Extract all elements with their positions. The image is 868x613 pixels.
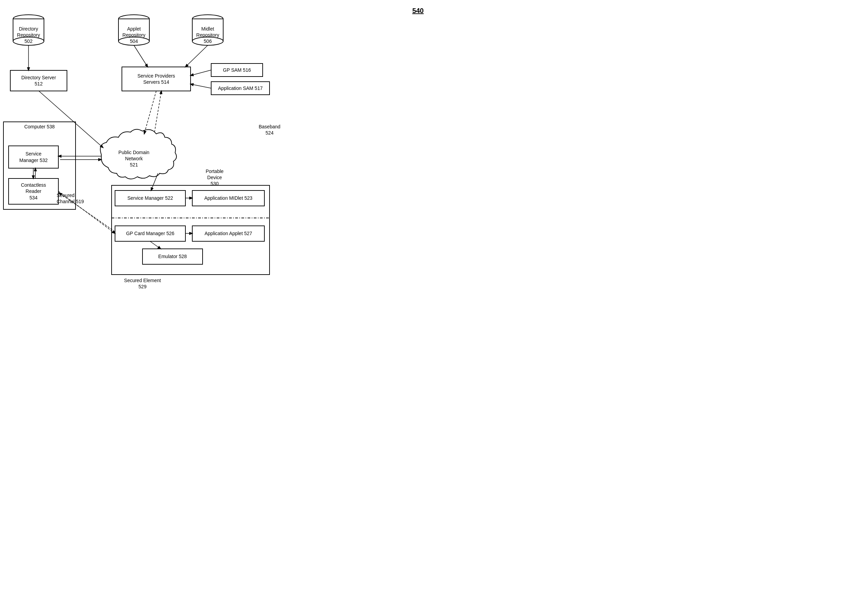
svc-mgr-532-label: ServiceManager 532 <box>9 146 58 168</box>
conn-midletrepo-spservers <box>185 45 208 67</box>
conn-pdn-spservers <box>155 91 161 132</box>
baseband-label: Baseband524 <box>254 124 285 136</box>
conn-gpsam-spservers <box>191 70 211 76</box>
conn-spservers-pdn <box>144 91 156 134</box>
app-applet-label: Application Applet 527 <box>192 226 264 241</box>
computer-label: Computer 538 <box>5 124 74 130</box>
ref-number: 540 <box>412 7 424 15</box>
pdn-label: Public DomainNetwork521 <box>112 149 156 168</box>
svg-point-3 <box>118 15 149 23</box>
gp-sam-label: GP SAM 516 <box>211 63 263 77</box>
svc-mgr-522-label: Service Manager 522 <box>115 190 185 206</box>
connector-svg <box>0 0 434 306</box>
conn-pdn-svcmgr522 <box>151 173 158 190</box>
dir-repo-label: DirectoryRepository502 <box>13 26 44 45</box>
sp-servers-label: Service ProvidersServers 514 <box>122 67 191 91</box>
midlet-repo-label: MidletRepository506 <box>192 26 223 45</box>
conn-gpcardmgr-emulator <box>150 241 161 249</box>
contactless-label: ContactlessReader534 <box>9 178 58 204</box>
portable-device-label: PortableDevice530 <box>197 168 232 187</box>
conn-appsam-spservers <box>191 84 211 88</box>
svg-point-6 <box>192 15 223 23</box>
diagram: 540 <box>0 0 434 306</box>
secured-channel-label: SecuredChannel 519 <box>57 192 98 204</box>
app-sam-label: Application SAM 517 <box>211 82 270 95</box>
secured-element-label: Secured Element529 <box>115 277 170 289</box>
svg-point-0 <box>13 15 44 23</box>
dir-server-label: Directory Server512 <box>10 70 67 91</box>
app-midlet-label: Application MIDlet 523 <box>192 190 264 206</box>
conn-appletrepo-spservers <box>134 45 148 67</box>
emulator-label: Emulator 528 <box>143 249 203 264</box>
applet-repo-label: AppletRepository504 <box>118 26 149 45</box>
gp-card-mgr-label: GP Card Manager 526 <box>115 226 185 241</box>
conn-dirserver-pdn <box>39 91 103 148</box>
